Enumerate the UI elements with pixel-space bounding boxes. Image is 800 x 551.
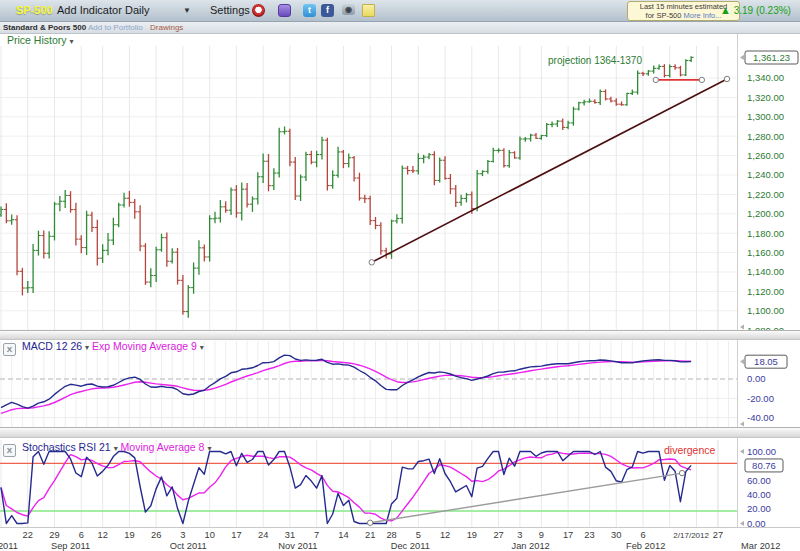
symbol-label[interactable]: SP-500	[16, 4, 53, 16]
month-label: Dec 2011	[391, 541, 430, 551]
date-tick-label: 10	[204, 530, 214, 540]
month-label: Mar 2012	[741, 541, 780, 551]
drawing-handle[interactable]	[679, 470, 684, 475]
period-select[interactable]: Daily	[125, 4, 149, 16]
price-trendline[interactable]	[372, 79, 727, 262]
symbol-fullname: Standard & Poors 500	[3, 23, 86, 32]
month-label: Jan 2012	[512, 541, 550, 551]
date-tick-label: 6	[640, 530, 645, 540]
price-axis-label: 1,100.00	[747, 305, 784, 316]
month-label: Sep 2011	[51, 541, 90, 551]
chevron-down-icon: ▾	[69, 37, 73, 46]
facebook-icon[interactable]: f	[321, 4, 334, 17]
stoch-overlay-title[interactable]: Moving Average 8	[121, 441, 205, 453]
date-tick-label: 22	[23, 530, 33, 540]
stoch-axis-label: 100.00	[747, 446, 776, 457]
sticky-note-icon[interactable]	[362, 4, 375, 17]
price-axis-label: 1,140.00	[747, 266, 784, 277]
month-label: Feb 2012	[626, 541, 665, 551]
drawing-handle[interactable]	[724, 76, 729, 81]
charts-canvas: 1,340.001,320.001,300.001,280.001,260.00…	[0, 0, 800, 551]
twitter-icon[interactable]: t	[303, 4, 316, 17]
panel-splitter[interactable]	[0, 427, 800, 438]
price-axis-label: 1,300.00	[747, 111, 784, 122]
price-history-menu[interactable]: Price History ▾	[7, 34, 73, 46]
date-tick-label: 28	[386, 530, 396, 540]
date-tick-label: 17	[563, 530, 573, 540]
chevron-down-icon[interactable]: ▾	[114, 444, 118, 453]
price-axis-label: 1,320.00	[747, 92, 784, 103]
stoch-axis-label: 0.00	[747, 518, 766, 529]
date-tick-label: 23	[584, 530, 594, 540]
up-arrow-icon: ▲	[720, 4, 731, 16]
price-axis-label: 1,120.00	[747, 286, 784, 297]
charting-app: 1,340.001,320.001,300.001,280.001,260.00…	[0, 0, 800, 551]
stoch-axis-label: 20.00	[747, 503, 771, 514]
date-tick-label: 30	[611, 530, 621, 540]
axis-marker-icon	[740, 421, 744, 426]
drawing-handle[interactable]	[699, 77, 704, 82]
date-tick-label: 31	[285, 530, 295, 540]
stoch-title[interactable]: Stochastics RSI 21	[22, 441, 111, 453]
last-price: 1,361.23	[753, 52, 790, 63]
month-label: Oct 2011	[170, 541, 207, 551]
date-tick-label: 19	[467, 530, 477, 540]
macd-overlay-title[interactable]: Exp Moving Average 9	[92, 340, 197, 352]
date-tick-label: 29	[49, 530, 59, 540]
right-axis: 1,340.001,320.001,300.001,280.001,260.00…	[740, 51, 798, 529]
drawing-handle[interactable]	[653, 77, 658, 82]
database-icon[interactable]	[278, 4, 291, 17]
axis-marker-icon	[740, 55, 744, 60]
price-change-text: 3.19 (0.23%)	[734, 5, 791, 16]
drawing-handle[interactable]	[367, 520, 372, 525]
price-axis-label: 1,260.00	[747, 150, 784, 161]
period-caret-icon[interactable]: ▼	[183, 6, 191, 15]
x-axis: 2229612192631017243171421285121927391723…	[0, 530, 780, 551]
macd-title[interactable]: MACD 12 26	[22, 340, 82, 352]
more-info-link[interactable]: More Info...	[684, 11, 722, 20]
close-icon[interactable]: X	[3, 444, 16, 457]
date-tick-label: 27	[713, 530, 723, 540]
macd-panel-header: XMACD 12 26 ▾ Exp Moving Average 9 ▾	[3, 340, 204, 356]
date-tick-label: 3	[180, 530, 185, 540]
drawing-handle[interactable]	[369, 260, 374, 265]
drawings-link[interactable]: Drawings	[150, 23, 183, 32]
estimate-note-line2: for SP-500	[646, 11, 684, 20]
camera-icon[interactable]: ◉	[342, 4, 355, 15]
add-to-portfolio-link[interactable]: Add to Portfolio	[88, 23, 143, 32]
price-axis-label: 1,200.00	[747, 208, 784, 219]
user-drawings	[367, 76, 729, 525]
alarm-icon[interactable]	[252, 4, 265, 17]
divergence-trendline[interactable]	[370, 473, 682, 523]
price-axis-label: 1,160.00	[747, 247, 784, 258]
stoch-axis-label: 40.00	[747, 489, 771, 500]
close-icon[interactable]: X	[3, 343, 16, 356]
date-tick-label: 19	[124, 530, 134, 540]
stoch-value: 80.76	[752, 460, 776, 471]
settings-menu[interactable]: Settings	[210, 4, 250, 16]
macd-lines	[1, 355, 691, 413]
add-indicator-menu[interactable]: Add Indicator	[57, 4, 122, 16]
date-tick-label: 12	[440, 530, 450, 540]
price-axis-label: 1,180.00	[747, 228, 784, 239]
panel-splitter[interactable]	[0, 330, 800, 340]
divergence-annotation[interactable]: divergence	[664, 444, 715, 456]
projection-annotation[interactable]: projection 1364-1370	[548, 55, 642, 66]
date-tick-label: 26	[151, 530, 161, 540]
stoch-panel-header: XStochastics RSI 21 ▾ Moving Average 8 ▾	[3, 441, 211, 457]
price-axis-label: 1,280.00	[747, 131, 784, 142]
month-label: Aug 2011	[0, 541, 18, 551]
price-change: ▲ 3.19 (0.23%)	[720, 4, 791, 16]
chevron-down-icon[interactable]: ▾	[85, 343, 89, 352]
axis-marker-icon	[740, 359, 744, 364]
stoch-axis-label: 60.00	[747, 475, 771, 486]
date-tick-label: 5	[416, 530, 421, 540]
macd-axis-label: -40.00	[747, 412, 774, 423]
macd-axis-label: 0.00	[747, 373, 766, 384]
date-tick-label: 24	[258, 530, 268, 540]
chevron-down-icon[interactable]: ▾	[200, 343, 204, 352]
date-tick-label: 21	[365, 530, 375, 540]
chevron-down-icon[interactable]: ▾	[207, 444, 211, 453]
date-tick-label: 7	[314, 530, 319, 540]
date-tick-label: 17	[231, 530, 241, 540]
